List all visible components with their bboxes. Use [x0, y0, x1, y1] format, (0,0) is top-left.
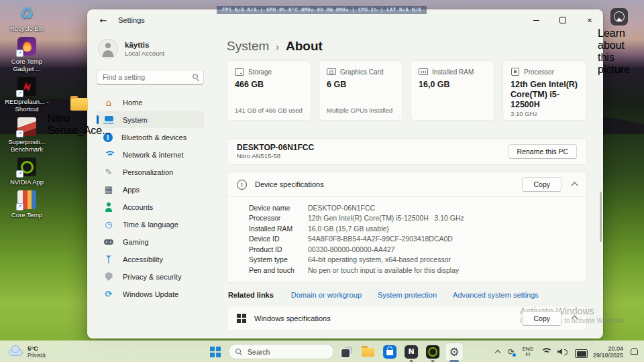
card-subtitle: 3.10 GHz: [511, 110, 579, 117]
apps-icon: [103, 184, 114, 195]
card-label: Processor: [524, 68, 554, 76]
language-switcher[interactable]: ENG FI: [523, 347, 533, 357]
graphics-card[interactable]: Graphics Card 6 GB Multiple GPUs install…: [319, 60, 403, 121]
sidebar-item-system[interactable]: System: [97, 111, 204, 128]
copy-button[interactable]: Copy: [522, 311, 561, 326]
wifi-icon[interactable]: [540, 348, 551, 356]
sidebar-nav: Home System Bluetooth & devices: [97, 94, 204, 302]
maximize-icon[interactable]: [549, 9, 576, 31]
related-link[interactable]: System protection: [378, 291, 437, 299]
sync-icon[interactable]: [506, 347, 516, 357]
folder-icon: [70, 98, 88, 111]
gaming-icon: [103, 237, 114, 247]
learn-about-picture-icon[interactable]: Learn about this picture: [598, 8, 641, 76]
copy-button[interactable]: Copy: [522, 177, 561, 192]
nvidia-taskbar-icon[interactable]: [424, 343, 441, 361]
hidden-icons-chevron-icon[interactable]: [494, 350, 500, 355]
card-value: 16,0 GB: [419, 80, 487, 90]
nitro-sense-folder-icon[interactable]: Nitro Sense_Ace...: [55, 98, 103, 137]
scrollbar-thumb[interactable]: [600, 192, 602, 242]
minimize-icon[interactable]: [523, 9, 549, 31]
spec-label: Processor: [249, 214, 308, 222]
desktop-icon[interactable]: Core Temp Gadget ...: [1, 37, 52, 72]
taskbar-app-icon: [341, 346, 353, 358]
storage-card[interactable]: Storage 466 GB 141 GB of 466 GB used: [227, 60, 311, 121]
sidebar-item-bluetooth[interactable]: Bluetooth & devices: [97, 129, 204, 145]
related-link[interactable]: Advanced system settings: [453, 291, 539, 299]
spec-row: Pen and touch No pen or touch input is a…: [249, 265, 577, 276]
spec-value: 54A8F0F8-BB54-4A2F-99CF-2903418DCA0D: [308, 235, 453, 243]
sidebar-item-label: Time & language: [123, 221, 178, 229]
task-view-icon[interactable]: [338, 343, 356, 361]
sidebar-item-time-language[interactable]: Time & language: [97, 216, 204, 233]
sidebar-item-apps[interactable]: Apps: [97, 181, 204, 198]
related-links: Related links Domain or workgroup System…: [227, 291, 587, 299]
spec-row: Device name DESKTOP-06N1FCC: [249, 202, 577, 213]
processor-card[interactable]: Processor 12th Gen Intel(R) Core(TM) i5-…: [502, 60, 587, 121]
search-icon: [193, 74, 199, 80]
desktop-icon[interactable]: REDprelaun... - Shortcut: [1, 77, 52, 113]
spec-label: Pen and touch: [249, 266, 308, 274]
desktop-icon[interactable]: Recycle Bin: [1, 4, 52, 32]
settings-taskbar-icon[interactable]: [445, 343, 463, 361]
sidebar-item-accessibility[interactable]: Accessibility: [97, 251, 204, 267]
sidebar-item-accounts[interactable]: Accounts: [97, 198, 204, 215]
weather-temperature: 5°C: [28, 345, 46, 352]
file-explorer-icon[interactable]: [360, 343, 377, 361]
clock[interactable]: 20.04 29/10/2025: [593, 345, 623, 359]
rename-pc-button[interactable]: Rename this PC: [508, 144, 577, 159]
sidebar-item-privacy[interactable]: Privacy & security: [97, 268, 204, 285]
desktop-icon[interactable]: Core Temp: [1, 190, 52, 219]
sidebar-item-personalization[interactable]: Personalization: [97, 164, 204, 180]
volume-icon[interactable]: [557, 348, 568, 356]
sidebar-item-network[interactable]: Network & internet: [97, 146, 204, 163]
device-spec-table: Device name DESKTOP-06N1FCC Processor 12…: [227, 196, 586, 282]
weather-widget[interactable]: 5°C Pilvistä: [8, 345, 46, 359]
windows-specifications-header[interactable]: Windows specifications Copy: [227, 306, 586, 330]
taskbar-search[interactable]: Search: [228, 344, 334, 359]
search-input[interactable]: [97, 70, 204, 84]
start-button[interactable]: [207, 343, 224, 361]
sidebar-item-home[interactable]: Home: [97, 94, 204, 111]
back-icon[interactable]: [98, 15, 109, 25]
settings-window: Settings käyttis Local Account: [87, 9, 603, 339]
desktop-icon[interactable]: Superpositi... Benchmark: [1, 117, 52, 153]
device-specifications-header[interactable]: Device specifications Copy: [227, 172, 586, 196]
section-title: Windows specifications: [254, 314, 331, 322]
microsoft-store-icon[interactable]: [381, 343, 398, 361]
windows-specifications-panel: Windows specifications Copy: [227, 306, 587, 331]
desktop-icon[interactable]: NVIDIA App: [1, 158, 52, 186]
desktop-icon-label: Core Temp: [11, 211, 42, 219]
sidebar-item-label: Privacy & security: [123, 273, 181, 281]
chevron-up-icon[interactable]: [572, 182, 578, 188]
card-subtitle: 141 GB of 466 GB used: [235, 107, 303, 114]
windows-update-icon: [103, 289, 114, 300]
taskbar-search-label: Search: [248, 348, 270, 356]
sidebar-item-label: Accounts: [123, 203, 153, 211]
breadcrumb-parent[interactable]: System: [227, 39, 269, 54]
sidebar-item-windows-update[interactable]: Windows Update: [97, 286, 204, 302]
cloud-icon: [8, 347, 23, 357]
date: 29/10/2025: [593, 352, 623, 359]
spec-value: DESKTOP-06N1FCC: [308, 204, 375, 212]
user-account[interactable]: käyttis Local Account: [98, 39, 204, 59]
sidebar-item-label: Home: [123, 99, 142, 107]
spec-row: Device ID 54A8F0F8-BB54-4A2F-99CF-290341…: [249, 234, 577, 245]
sidebar-item-label: System: [123, 116, 148, 124]
battery-icon[interactable]: [575, 349, 586, 355]
related-link[interactable]: Domain or workgroup: [291, 291, 362, 299]
taskbar-app-icon: [405, 345, 418, 359]
home-icon: [103, 97, 114, 108]
n-app-icon[interactable]: [402, 343, 420, 361]
spec-value: No pen or touch input is available for t…: [308, 266, 459, 274]
superposition-benchmark-icon: [17, 117, 36, 136]
ram-card[interactable]: Installed RAM 16,0 GB: [411, 60, 495, 121]
weather-condition: Pilvistä: [28, 352, 46, 359]
system-tray: ENG FI 20.04 29/10/2025: [496, 345, 639, 359]
sidebar-item-gaming[interactable]: Gaming: [97, 233, 204, 250]
notifications-bell-icon[interactable]: [630, 347, 639, 356]
spec-row: System type 64-bit operating system, x64…: [249, 255, 577, 265]
device-name-panel: DESKTOP-06N1FCC Nitro AN515-58 Rename th…: [227, 138, 587, 165]
chevron-up-icon[interactable]: [572, 316, 578, 322]
taskbar-app-icon: [426, 345, 439, 359]
